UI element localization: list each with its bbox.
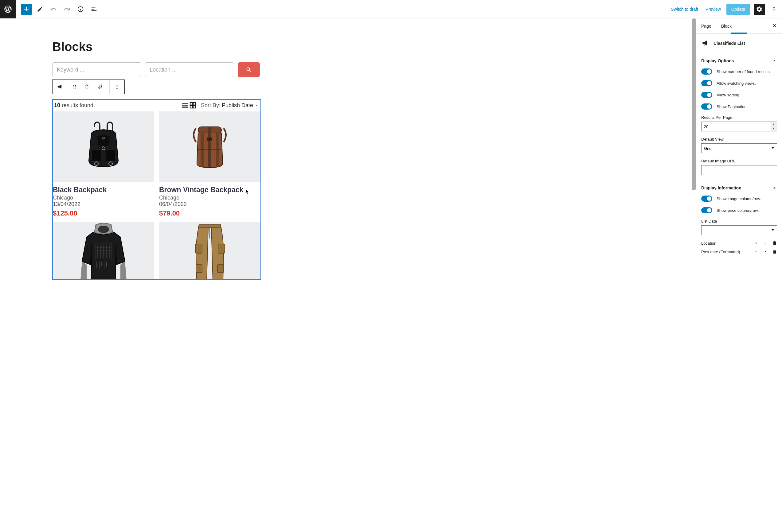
sort-by-value[interactable]: Publish Date [222, 102, 253, 109]
search-button[interactable] [238, 62, 260, 77]
default-view-label: Default View [701, 137, 777, 142]
list-view-icon[interactable] [181, 102, 188, 109]
svg-rect-17 [182, 107, 188, 108]
megaphone-icon [57, 83, 63, 90]
close-sidebar-button[interactable] [767, 18, 782, 34]
sidebar-tabs: Page Block [696, 18, 782, 34]
more-options-button[interactable] [769, 4, 780, 15]
switch-to-draft-button[interactable]: Switch to draft [669, 4, 700, 15]
default-view-select[interactable]: Grid [701, 143, 777, 153]
default-image-input[interactable] [701, 165, 777, 175]
gear-icon [756, 6, 762, 12]
toggle-label: Show price column/row. [717, 208, 759, 213]
svg-point-11 [75, 88, 76, 89]
result-card[interactable]: Brown Vintage Backpack Chicago 06/04/202… [159, 111, 260, 217]
svg-point-4 [773, 9, 774, 9]
svg-point-12 [117, 85, 118, 86]
grid-view-icon[interactable] [189, 102, 197, 109]
settings-button[interactable] [754, 4, 765, 15]
plus-icon [23, 5, 30, 13]
chevron-down-icon[interactable] [754, 241, 759, 245]
undo-icon [50, 6, 57, 12]
classifieds-list-block[interactable]: 10 results found. Sort By: Publish Date [52, 99, 261, 280]
svg-rect-29 [208, 127, 211, 167]
editor-canvas[interactable]: Blocks [0, 18, 696, 532]
keyword-input[interactable] [52, 62, 141, 77]
search-icon [246, 67, 252, 73]
card-image [159, 111, 260, 182]
svg-point-27 [102, 137, 105, 139]
pencil-icon [37, 6, 43, 12]
toggle-show-pagination[interactable] [701, 104, 712, 110]
scrollbar[interactable] [692, 18, 696, 190]
wordpress-logo[interactable] [0, 0, 16, 18]
svg-rect-35 [196, 244, 202, 253]
svg-rect-20 [190, 106, 192, 108]
toggle-show-price[interactable] [701, 207, 712, 213]
transform-button[interactable] [91, 80, 110, 94]
result-card[interactable]: Black Backpack Chicago 13/04/2022 $125.0… [53, 111, 154, 217]
editor-toolbar: Switch to draft Preview Update [0, 0, 782, 18]
default-image-label: Default Image URL [701, 159, 777, 163]
svg-point-3 [773, 7, 774, 8]
panel-display-options: Display Options Show number of found res… [696, 53, 782, 180]
block-more-button[interactable] [110, 80, 125, 94]
number-spinner[interactable]: ▲▼ [771, 122, 777, 131]
update-button[interactable]: Update [726, 4, 750, 15]
list-data-row: Post date (Formatted) [701, 248, 777, 256]
svg-point-10 [75, 86, 76, 87]
close-icon [772, 23, 777, 28]
add-block-button[interactable] [21, 4, 32, 15]
svg-point-14 [117, 88, 118, 89]
results-per-page-input[interactable] [701, 121, 777, 131]
location-input[interactable] [145, 62, 234, 77]
panel-toggle[interactable]: Display Information [696, 180, 782, 195]
toggle-label: Show image column/row. [717, 196, 761, 201]
drag-handle[interactable] [67, 80, 82, 94]
toggle-label: Allow switching views. [717, 81, 756, 86]
panel-toggle[interactable]: Display Options [696, 53, 782, 69]
tab-page[interactable]: Page [696, 18, 716, 34]
svg-rect-15 [182, 103, 188, 104]
toggle-allow-views[interactable] [701, 80, 712, 86]
block-toolbar [52, 79, 125, 94]
cargo-pants-illustration [184, 222, 236, 279]
block-header: Classifieds List [696, 34, 782, 53]
info-button[interactable] [75, 4, 86, 15]
block-type-button[interactable] [52, 80, 67, 94]
toggle-label: Show Pagination. [717, 104, 748, 109]
chevron-up-icon[interactable] [763, 249, 768, 254]
chevron-down-icon[interactable] [254, 103, 259, 108]
preview-button[interactable]: Preview [704, 4, 723, 15]
settings-sidebar: Page Block Classifieds List Display Opti… [696, 18, 782, 532]
svg-rect-19 [193, 103, 196, 105]
chevron-up-icon[interactable] [763, 241, 768, 245]
undo-button[interactable] [48, 4, 59, 15]
list-data-label: List Data [701, 219, 777, 224]
mouse-cursor-icon [246, 189, 250, 195]
card-price: $79.00 [159, 210, 260, 217]
tab-block[interactable]: Block [716, 18, 737, 34]
page-title[interactable]: Blocks [52, 40, 684, 54]
trash-icon[interactable] [772, 241, 777, 245]
chevron-down-icon[interactable] [754, 249, 759, 254]
edit-mode-button[interactable] [34, 4, 45, 15]
toggle-label: Show number of found results. [717, 69, 771, 74]
toggle-show-image[interactable] [701, 195, 712, 202]
chevron-up-icon [772, 58, 777, 64]
svg-rect-21 [193, 106, 196, 108]
redo-button[interactable] [62, 4, 72, 15]
list-row-label: Post date (Formatted) [701, 250, 740, 254]
toggle-allow-sorting[interactable] [701, 92, 712, 98]
trash-icon[interactable] [772, 249, 777, 254]
list-data-select[interactable] [701, 225, 777, 235]
card-image [53, 111, 154, 182]
result-card[interactable] [53, 222, 154, 279]
outline-button[interactable] [88, 4, 100, 15]
svg-point-6 [73, 85, 74, 86]
move-buttons[interactable] [82, 80, 91, 94]
result-card[interactable] [159, 222, 260, 279]
toggle-label: Allow sorting. [717, 93, 740, 97]
more-vertical-icon [771, 6, 777, 12]
toggle-show-results[interactable] [701, 69, 712, 75]
